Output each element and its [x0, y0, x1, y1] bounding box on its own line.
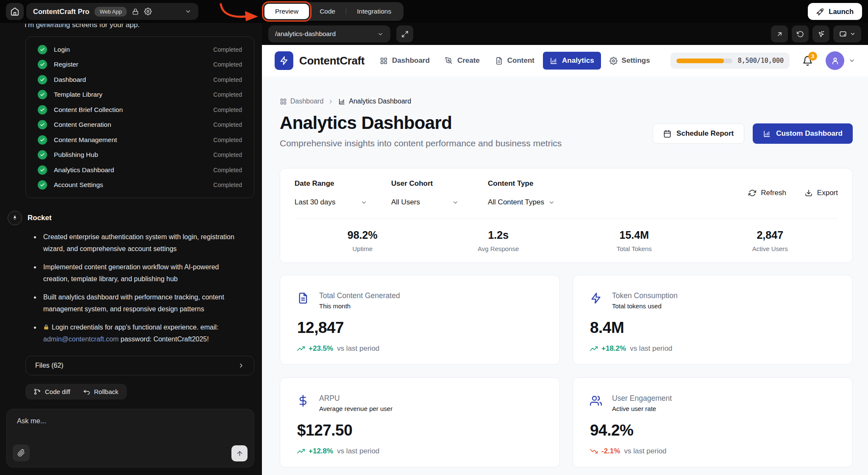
send-button[interactable] — [231, 445, 248, 461]
task-row-login[interactable]: Login Completed — [26, 42, 254, 57]
nav-dashboard[interactable]: Dashboard — [373, 52, 437, 70]
pen-icon — [445, 57, 453, 65]
task-row-content-generation[interactable]: Content Generation Completed — [26, 117, 254, 133]
lock-icon[interactable] — [132, 8, 139, 15]
page-subtitle: Comprehensive insights into content perf… — [280, 138, 562, 148]
chevron-down-icon[interactable] — [849, 57, 855, 64]
lock-emoji-icon — [43, 324, 49, 330]
user-cohort-select[interactable]: All Users — [391, 198, 459, 207]
refresh-icon — [748, 189, 756, 197]
task-row-content-management[interactable]: Content Management Completed — [26, 132, 254, 148]
stat-total-tokens: 15.4M Total Tokens — [566, 229, 702, 252]
task-status: Completed — [213, 46, 242, 53]
check-icon — [38, 75, 47, 84]
task-status: Completed — [213, 182, 242, 188]
task-row-register[interactable]: Register Completed — [26, 57, 254, 73]
refresh-button[interactable]: Refresh — [748, 189, 786, 197]
document-icon — [297, 292, 309, 304]
paperclip-icon — [17, 449, 25, 457]
files-expander[interactable]: Files (62) — [25, 356, 254, 375]
preview-actions — [771, 25, 861, 42]
metric-trend: +12.8% vs last period — [297, 447, 542, 455]
device-size-picker[interactable] — [833, 25, 861, 42]
nav-create[interactable]: Create — [438, 52, 487, 70]
metric-value: 12,847 — [297, 319, 542, 337]
arrow-up-right-icon — [776, 31, 783, 38]
app-logo[interactable] — [275, 51, 293, 70]
task-status: Completed — [213, 167, 242, 173]
usage-text: 8,500/10,000 — [738, 57, 784, 64]
credentials-email-link[interactable]: admin@contentcraft.com — [43, 335, 119, 343]
date-range-select[interactable]: Last 30 days — [295, 198, 367, 207]
tab-integrations[interactable]: Integrations — [346, 4, 402, 19]
open-external-button[interactable] — [771, 25, 788, 42]
tab-code[interactable]: Code — [309, 4, 346, 19]
page-heading: Analytics Dashboard Comprehensive insigh… — [280, 113, 562, 148]
bar-chart-icon — [338, 98, 345, 105]
chat-input[interactable]: Ask me... — [6, 409, 254, 467]
task-row-content-brief[interactable]: Content Brief Collection Completed — [26, 102, 254, 117]
task-status: Completed — [213, 76, 242, 83]
brand-name: ContentCraft — [299, 54, 364, 67]
schedule-report-button[interactable]: Schedule Report — [653, 123, 744, 144]
notifications-button[interactable]: 3 — [802, 56, 813, 66]
code-diff-button[interactable]: Code diff — [34, 388, 70, 395]
lightning-icon — [279, 56, 289, 65]
rocket-icon — [816, 8, 824, 16]
task-status: Completed — [213, 137, 242, 143]
usage-progress-track — [676, 59, 732, 63]
breadcrumb-dashboard[interactable]: Dashboard — [280, 98, 323, 105]
bar-chart-icon — [550, 57, 558, 65]
agent-avatar — [8, 211, 22, 225]
reload-button[interactable] — [792, 25, 809, 42]
card-token-consumption: Token Consumption Total tokens used 8.4M… — [573, 275, 853, 365]
history-actions: Code diff Rollback — [25, 384, 127, 400]
breadcrumb-current: Analytics Dashboard — [338, 98, 411, 105]
contentcraft-app: ContentCraft Dashboard Crea — [262, 45, 868, 475]
filter-user-cohort: User Cohort All Users — [391, 179, 488, 207]
project-name: ContentCraft Pro — [33, 8, 89, 16]
users-icon — [590, 395, 602, 407]
task-row-publishing-hub[interactable]: Publishing Hub Completed — [26, 148, 254, 163]
attach-button[interactable] — [13, 444, 30, 461]
card-arpu: ARPU Average revenue per user $127.50 +1… — [280, 377, 560, 467]
gear-icon[interactable] — [144, 8, 152, 15]
lightning-icon — [590, 292, 602, 304]
nav-content[interactable]: Content — [488, 52, 541, 70]
metric-trend: +18.2% vs last period — [590, 344, 835, 353]
git-compare-icon — [34, 388, 41, 395]
metric-value: 94.2% — [590, 422, 835, 439]
check-icon — [38, 45, 47, 54]
trending-up-icon — [590, 345, 598, 352]
task-row-analytics-dashboard[interactable]: Analytics Dashboard Completed — [26, 162, 254, 178]
task-row-dashboard[interactable]: Dashboard Completed — [26, 72, 254, 87]
inspect-element-button[interactable] — [812, 25, 829, 42]
generation-status-text: I'm generating screens for your app. — [25, 24, 262, 31]
export-button[interactable]: Export — [805, 189, 838, 197]
user-avatar[interactable] — [826, 51, 844, 70]
grid-icon — [280, 98, 287, 105]
project-switcher[interactable]: ContentCraft Pro Web App — [26, 3, 198, 20]
check-icon — [38, 90, 47, 99]
custom-dashboard-button[interactable]: Custom Dashboard — [753, 123, 853, 144]
chevron-down-icon[interactable] — [185, 8, 192, 15]
nav-analytics[interactable]: Analytics — [543, 52, 601, 70]
fullscreen-button[interactable] — [396, 25, 413, 42]
project-type-badge: Web App — [95, 7, 127, 17]
preview-panel: /analytics-dashboard — [262, 23, 868, 475]
cursor-sparkle-icon — [818, 31, 825, 38]
content-type-select[interactable]: All Content Types — [488, 198, 555, 207]
agent-bullet-credentials: Login credentials for app's functional e… — [41, 321, 245, 345]
rollback-button[interactable]: Rollback — [83, 388, 119, 395]
task-row-template-library[interactable]: Template Library Completed — [26, 87, 254, 103]
launch-button[interactable]: Launch — [808, 3, 862, 20]
page-content: Dashboard Analytics Dashboard — [262, 76, 868, 475]
builder-sidebar: I'm generating screens for your app. Log… — [0, 23, 262, 475]
stat-avg-response: 1.2s Avg Response — [431, 229, 567, 252]
tab-preview[interactable]: Preview — [264, 4, 309, 19]
task-row-account-settings[interactable]: Account Settings Completed — [26, 178, 254, 193]
nav-settings[interactable]: Settings — [603, 52, 657, 70]
home-button[interactable] — [6, 3, 24, 20]
trending-down-icon — [590, 447, 598, 455]
route-selector[interactable]: /analytics-dashboard — [268, 25, 390, 42]
